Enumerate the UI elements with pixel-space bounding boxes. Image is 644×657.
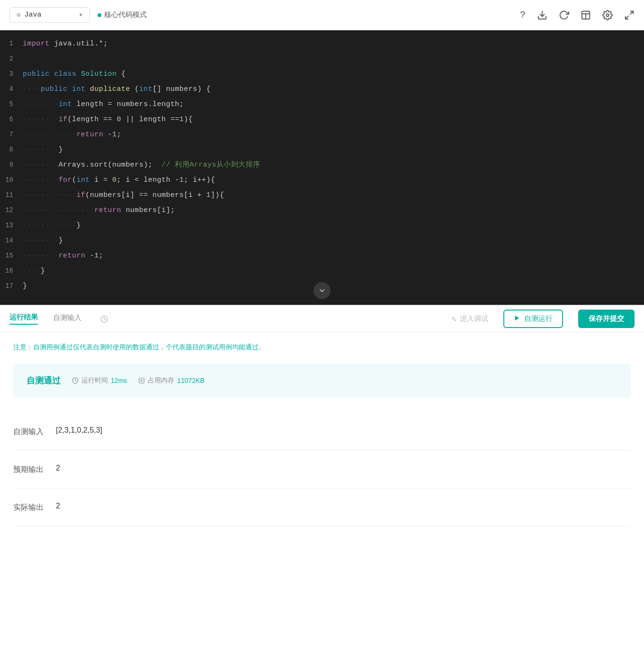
submit-button[interactable]: 保存并提交 [578,310,635,328]
line-number: 9 [0,157,23,172]
refresh-icon[interactable] [559,10,569,20]
self-run-button[interactable]: 自测运行 [503,310,563,328]
line-content: } [23,279,27,294]
line-number: 2 [0,51,23,66]
line-content: ········if(length == 0 || length ==1){ [23,112,193,127]
code-editor[interactable]: 1 import java.util.*; 2 3 public class S… [0,30,644,305]
download-icon[interactable] [537,10,547,20]
chevron-down-icon: ▾ [79,10,83,19]
line-content: ········Arrays.sort(numbers); // 利用Array… [23,158,260,173]
line-content: ····public int duplicate (int[] numbers)… [23,82,211,97]
line-content: ········for(int i = 0; i < length -1; i+… [23,173,215,188]
svg-point-8 [453,317,455,319]
runtime-meta: 运行时间 12ms [72,376,127,385]
line-number: 6 [0,112,23,127]
code-line: 4 ····public int duplicate (int[] number… [0,81,644,97]
toolbar: ⊙ Java ▾ 核心代码模式 ? [0,0,644,30]
language-label: Java [24,11,41,19]
code-line: 14 ········} [0,233,644,248]
core-mode-label: 核心代码模式 [104,10,147,19]
code-line: 3 public class Solution { [0,66,644,81]
line-number: 4 [0,81,23,97]
svg-line-6 [626,16,628,18]
expected-value: 2 [56,464,60,472]
line-number: 3 [0,66,23,81]
line-number: 7 [0,127,23,142]
line-content: ········} [23,142,63,158]
line-number: 11 [0,187,23,203]
line-content: ········int length = numbers.length; [23,97,184,112]
line-content: ····} [23,264,45,279]
fullscreen-icon[interactable] [624,10,635,20]
line-number: 10 [0,172,23,187]
language-selector[interactable]: ⊙ Java ▾ [9,7,90,23]
tab-input[interactable]: 自测输入 [53,313,81,324]
line-content: ················return numbers[i]; [23,203,175,218]
line-number: 14 [0,233,23,248]
tab-clock [100,315,108,323]
play-icon [514,315,520,323]
actual-value: 2 [56,502,60,510]
scroll-down-button[interactable] [313,282,331,299]
debug-button[interactable]: 进入调试 [450,314,488,323]
code-line: 6 ········if(length == 0 || length ==1){ [0,112,644,127]
code-line: 7 ············return -1; [0,127,644,142]
expected-label: 预期输出 [13,464,56,475]
info-row-actual: 实际输出 2 [13,488,631,526]
code-line: 16 ····} [0,263,644,278]
line-content: ········} [23,233,63,249]
result-card: 自测通过 运行时间 12ms 占用内存 11072KB [13,364,631,398]
code-lines: 1 import java.util.*; 2 3 public class S… [0,30,644,299]
code-line: 9 ········Arrays.sort(numbers); // 利用Arr… [0,157,644,172]
line-content: ············return -1; [23,127,121,142]
code-line: 12 ················return numbers[i]; [0,203,644,218]
bottom-panel: 运行结果 自测输入 进入调试 自测运行 [0,305,644,536]
runtime-value: 12ms [111,377,127,384]
tab-result[interactable]: 运行结果 [9,313,38,325]
memory-meta: 占用内存 11072KB [138,376,205,385]
info-row-input: 自测输入 [2,3,1,0,2,5,3] [13,413,631,451]
core-mode-badge: 核心代码模式 [98,10,147,19]
debug-icon [450,315,457,323]
code-line: 11 ············if(numbers[i] == numbers[… [0,187,644,203]
code-line: 1 import java.util.*; [0,36,644,51]
line-number: 16 [0,263,23,278]
svg-marker-9 [515,316,519,321]
line-number: 12 [0,203,23,218]
toolbar-icons: ? [520,9,635,20]
code-line: 13 ············} [0,218,644,233]
line-content: ········return -1; [23,249,103,264]
code-line: 2 [0,51,644,66]
line-content: import java.util.*; [23,36,108,52]
notice-text: 注意：自测用例通过仅代表自测时使用的数据通过，个代表题目的测试用例均能通过。 [13,342,631,352]
memory-value: 11072KB [177,377,205,384]
svg-point-4 [606,14,609,17]
runtime-label: 运行时间 [81,376,108,385]
line-content: ············} [23,218,81,233]
line-number: 1 [0,36,23,51]
debug-label: 进入调试 [460,314,488,323]
result-row: 自测通过 运行时间 12ms 占用内存 11072KB [27,375,617,386]
language-clock-icon: ⊙ [17,11,20,19]
core-mode-dot [98,13,101,17]
settings-icon[interactable] [602,10,613,20]
actual-label: 实际输出 [13,502,56,513]
line-number: 8 [0,142,23,157]
line-content: ············if(numbers[i] == numbers[i +… [23,188,224,203]
line-number: 13 [0,218,23,233]
line-content: public class Solution { [23,67,125,82]
line-number: 15 [0,248,23,263]
result-status: 自测通过 [27,375,61,386]
help-icon[interactable]: ? [520,9,526,20]
line-number: 17 [0,278,23,293]
tabs-bar: 运行结果 自测输入 进入调试 自测运行 [0,306,644,332]
result-area: 注意：自测用例通过仅代表自测时使用的数据通过，个代表题目的测试用例均能通过。 自… [0,332,644,536]
code-line: 10 ········for(int i = 0; i < length -1;… [0,172,644,187]
memory-label: 占用内存 [148,376,174,385]
layout-icon[interactable] [581,10,591,20]
info-row-expected: 预期输出 2 [13,451,631,488]
self-run-label: 自测运行 [524,314,553,323]
code-line: 15 ········return -1; [0,248,644,263]
input-value: [2,3,1,0,2,5,3] [56,426,102,435]
code-line: 5 ········int length = numbers.length; [0,97,644,112]
